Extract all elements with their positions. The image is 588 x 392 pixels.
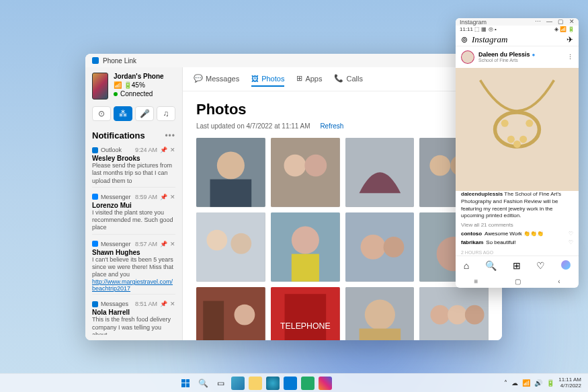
pin-icon[interactable]: 📌 bbox=[160, 241, 167, 247]
phone-link-tabs: 💬Messages 🖼Photos ⊞Apps 📞Calls bbox=[183, 67, 502, 91]
music-button[interactable]: ♫ bbox=[157, 106, 175, 121]
like-comment-icon[interactable]: ♡ bbox=[569, 231, 573, 238]
pin-icon[interactable]: 📌 bbox=[160, 301, 167, 307]
photo-thumbnail[interactable] bbox=[345, 138, 415, 207]
view-comments-link[interactable]: View all 21 comments bbox=[461, 222, 573, 229]
search-icon[interactable]: 🔍 bbox=[196, 377, 210, 390]
back-icon[interactable]: ‹ bbox=[558, 278, 560, 285]
edge-icon[interactable] bbox=[266, 377, 280, 390]
search-icon[interactable]: 🔍 bbox=[485, 260, 497, 271]
post-subtitle: School of Fine Arts bbox=[478, 58, 535, 63]
device-summary[interactable]: Jordan's Phone 📶 🔋45% Connected bbox=[92, 73, 175, 100]
start-button[interactable] bbox=[179, 377, 192, 390]
home-icon[interactable]: ▢ bbox=[515, 278, 521, 285]
post-header[interactable]: Daleen du Plessis● School of Fine Arts ⋮ bbox=[456, 46, 579, 68]
apps-tab-icon: ⊞ bbox=[296, 74, 302, 83]
status-icons: ◈ 📶 🔋 bbox=[554, 26, 575, 32]
photo-thumbnail[interactable] bbox=[196, 212, 265, 282]
widgets-icon[interactable] bbox=[231, 377, 245, 390]
pin-icon[interactable]: 📌 bbox=[160, 147, 167, 153]
svg-point-23 bbox=[235, 304, 255, 325]
post-avatar[interactable] bbox=[461, 50, 474, 64]
pin-icon[interactable]: 📌 bbox=[160, 194, 167, 200]
explorer-icon[interactable] bbox=[249, 377, 262, 390]
taskbar-center: 🔍 ▭ bbox=[179, 377, 332, 390]
maximize-icon[interactable]: ▢ bbox=[558, 19, 564, 25]
notification-item[interactable]: Messenger 8:57 AM 📌✕ Shawn Hughes I can'… bbox=[92, 239, 175, 295]
bluetooth-button[interactable]: ⁂ bbox=[114, 106, 132, 121]
wifi-icon[interactable]: 📶 bbox=[522, 379, 530, 387]
minimize-icon[interactable]: — bbox=[546, 19, 552, 25]
close-icon[interactable]: ✕ bbox=[170, 301, 175, 307]
device-name: Jordan's Phone bbox=[114, 73, 164, 80]
task-view-icon[interactable]: ▭ bbox=[214, 377, 227, 390]
notification-link[interactable]: http://www.margiestravel.com/beachtrip20… bbox=[92, 278, 175, 292]
home-icon[interactable]: ⌂ bbox=[464, 260, 469, 271]
recents-icon[interactable]: ≡ bbox=[474, 278, 478, 285]
profile-avatar-icon[interactable] bbox=[561, 260, 571, 270]
phone-link-app-icon bbox=[92, 57, 99, 64]
camera-icon[interactable]: ⊚ bbox=[461, 35, 468, 44]
photo-thumbnail[interactable]: TELEPHONE bbox=[271, 287, 340, 341]
svg-point-4 bbox=[284, 155, 306, 177]
more-icon[interactable]: ⋯ bbox=[535, 19, 541, 25]
post-more-icon[interactable]: ⋮ bbox=[567, 54, 573, 61]
svg-point-32 bbox=[448, 305, 467, 324]
post-username[interactable]: Daleen du Plessis● bbox=[478, 51, 535, 58]
notifications-more-icon[interactable]: ••• bbox=[165, 131, 175, 141]
comment-row[interactable]: fabrikamSo beautiful!♡ bbox=[461, 239, 573, 247]
notification-item[interactable]: Messages 8:51 AM 📌✕ Nola Harrell This is… bbox=[92, 299, 175, 335]
instagram-taskbar-icon[interactable] bbox=[319, 377, 332, 390]
tab-apps[interactable]: ⊞Apps bbox=[296, 71, 322, 87]
photo-thumbnail[interactable] bbox=[196, 287, 265, 341]
photo-thumbnail[interactable] bbox=[419, 287, 489, 341]
taskbar[interactable]: 🔍 ▭ ˄ ☁ 📶 🔊 🔋 11:11 AM 4/7/2022 bbox=[0, 373, 588, 392]
instagram-header: ⊚ Instagram ✈ bbox=[456, 33, 579, 46]
phone-link-titlebar[interactable]: Phone Link bbox=[85, 54, 502, 67]
photo-thumbnail[interactable] bbox=[271, 138, 340, 207]
close-icon[interactable]: ✕ bbox=[569, 19, 575, 25]
svg-point-31 bbox=[431, 305, 450, 324]
instagram-titlebar[interactable]: Instagram ⋯ — ▢ ✕ bbox=[456, 18, 579, 26]
svg-point-17 bbox=[360, 235, 385, 260]
activity-icon[interactable]: ♡ bbox=[536, 260, 545, 271]
photos-title: Photos bbox=[196, 101, 489, 118]
comment-row[interactable]: contosoAwesome Work 👏👏👏♡ bbox=[461, 231, 573, 238]
svg-point-33 bbox=[465, 305, 485, 324]
post-meta: Liked by adatumcorp and others daleendup… bbox=[456, 182, 579, 256]
onedrive-icon[interactable]: ☁ bbox=[511, 379, 518, 387]
svg-rect-22 bbox=[203, 301, 224, 340]
store-icon[interactable] bbox=[301, 377, 314, 390]
photo-thumbnail[interactable] bbox=[345, 212, 415, 282]
post-image[interactable] bbox=[456, 68, 579, 165]
close-icon[interactable]: ✕ bbox=[170, 194, 175, 200]
new-post-icon[interactable]: ⊞ bbox=[513, 260, 521, 271]
chevron-up-icon[interactable]: ˄ bbox=[504, 379, 507, 387]
notifications-title: Notifications bbox=[92, 130, 145, 141]
phone-link-taskbar-icon[interactable] bbox=[284, 377, 297, 390]
audio-button[interactable]: 🎤 bbox=[135, 106, 154, 121]
dnd-button[interactable]: ⊙ bbox=[92, 106, 111, 121]
refresh-button[interactable]: Refresh bbox=[320, 122, 343, 130]
necklace-illustration bbox=[456, 68, 579, 191]
direct-icon[interactable]: ✈ bbox=[566, 35, 573, 44]
messages-tab-icon: 💬 bbox=[194, 74, 203, 83]
tab-messages[interactable]: 💬Messages bbox=[194, 71, 239, 87]
photo-thumbnail[interactable] bbox=[196, 138, 265, 207]
photo-thumbnail[interactable] bbox=[271, 212, 340, 282]
phone-link-title: Phone Link bbox=[103, 57, 136, 65]
system-tray[interactable]: ˄ ☁ 📶 🔊 🔋 11:11 AM 4/7/2022 bbox=[504, 377, 581, 389]
notification-item[interactable]: Messenger 8:59 AM 📌✕ Lorenzo Mui I visit… bbox=[92, 192, 175, 235]
svg-rect-25 bbox=[284, 294, 326, 340]
like-comment-icon[interactable]: ♡ bbox=[569, 239, 573, 247]
close-icon[interactable]: ✕ bbox=[170, 147, 175, 153]
notification-item[interactable]: Outlook 9:24 AM 📌✕ Wesley Brooks Please … bbox=[92, 145, 175, 188]
battery-icon[interactable]: 🔋 bbox=[546, 379, 554, 387]
close-icon[interactable]: ✕ bbox=[170, 241, 175, 247]
svg-rect-34 bbox=[456, 68, 579, 191]
tab-photos[interactable]: 🖼Photos bbox=[251, 71, 284, 87]
volume-icon[interactable]: 🔊 bbox=[534, 379, 542, 387]
tab-calls[interactable]: 📞Calls bbox=[334, 71, 362, 87]
clock[interactable]: 11:11 AM 4/7/2022 bbox=[558, 377, 581, 389]
photo-thumbnail[interactable] bbox=[345, 287, 415, 341]
